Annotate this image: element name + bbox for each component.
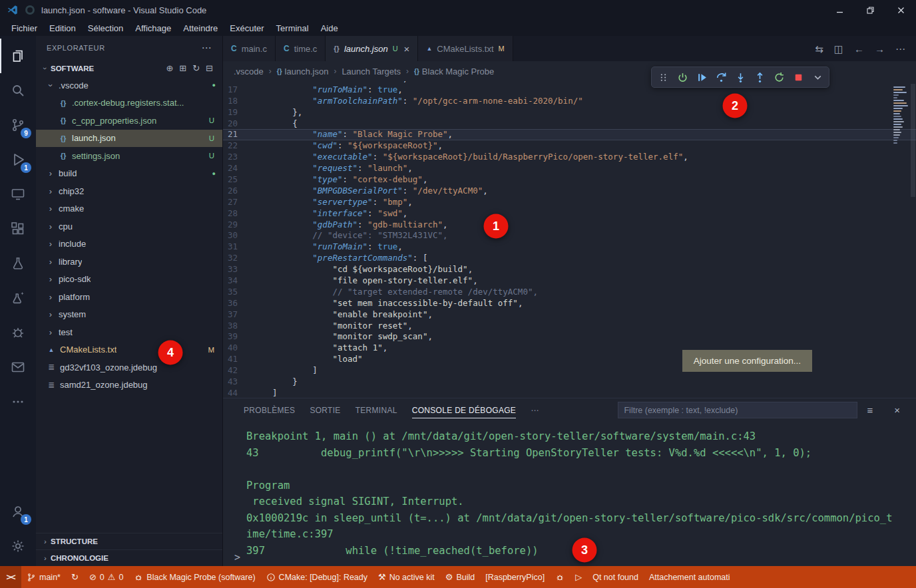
status-auto-attach[interactable]: Attachement automati (644, 566, 736, 588)
activity-remote-explorer[interactable] (0, 177, 36, 212)
scrollbar-thumb[interactable] (911, 84, 915, 197)
panel-tab-probl-mes[interactable]: PROBLÈMES (236, 398, 302, 422)
debug-session-menu-button[interactable] (809, 69, 826, 86)
code-line-36[interactable]: 36 "set mem inaccessible-by-default off"… (223, 298, 916, 309)
activity-debug-adapter[interactable] (0, 315, 36, 350)
activity-search[interactable] (0, 73, 36, 108)
code-editor[interactable]: 16 "interface": "swd",17 "runToMain": tr… (223, 81, 916, 398)
editor-scrollbar[interactable] (910, 81, 916, 398)
activity-settings[interactable] (0, 529, 36, 563)
clear-icon[interactable]: ≡ (867, 405, 873, 415)
tab-time-c[interactable]: Ctime.c (276, 36, 326, 61)
panel-tab-more[interactable]: ⋯ (523, 398, 546, 422)
activity-test-explorer[interactable] (0, 246, 36, 281)
activity-source-control[interactable]: 9 (0, 108, 36, 142)
code-line-44[interactable]: 44 ] (223, 388, 916, 398)
window-close-button[interactable] (885, 0, 916, 20)
split-icon[interactable]: ◫ (834, 44, 843, 54)
reset-device-button[interactable] (674, 69, 691, 86)
tab-launch-json[interactable]: {}launch.jsonU× (326, 36, 418, 61)
tree-item-launch-json[interactable]: {}launch.jsonU (36, 130, 222, 148)
status-debug-target[interactable]: Black Magic Probe (software) (128, 566, 260, 588)
tab-cmakelists-txt[interactable]: ▲CMakeLists.txtM (418, 36, 513, 61)
tree-item-build[interactable]: ›build● (36, 165, 222, 183)
code-line-19[interactable]: 19 }, (223, 107, 916, 118)
menu-item-affichage[interactable]: Affichage (129, 23, 177, 33)
step-into-button[interactable] (732, 69, 749, 86)
status-sync-changes[interactable]: ↻ (66, 566, 84, 588)
section-header-structure[interactable]: ›STRUCTURE (36, 533, 222, 549)
debug-console-filter-input[interactable] (618, 402, 857, 418)
tree-item-system[interactable]: ›system (36, 306, 222, 324)
add-configuration-button[interactable]: Ajouter une configuration... (682, 350, 812, 372)
code-line-25[interactable]: 25 "type": "cortex-debug", (223, 174, 916, 186)
code-line-21[interactable]: 21 "name": "Black Magic Probe", (223, 129, 916, 140)
code-line-39[interactable]: 39 "monitor swdp_scan", (223, 331, 916, 343)
code-line-31[interactable]: 31 "runToMain": true, (223, 241, 916, 253)
status-qt-status[interactable]: Qt not found (587, 566, 644, 588)
window-minimize-button[interactable] (824, 0, 855, 20)
tree-item-cpu[interactable]: ›cpu (36, 218, 222, 235)
tree-item-cmake[interactable]: ›cmake (36, 200, 222, 218)
section-header-software[interactable]: › SOFTWARE ⊕⊞↻⊟ (36, 60, 222, 76)
drag-handle-icon[interactable] (654, 69, 672, 86)
code-line-18[interactable]: 18 "armToolchainPath": "/opt/gcc-arm-non… (223, 96, 916, 107)
tree-item-chip32[interactable]: ›chip32 (36, 182, 222, 200)
panel-tab-console-de-d-bogage[interactable]: CONSOLE DE DÉBOGAGE (405, 398, 523, 422)
close-icon[interactable]: × (404, 43, 410, 55)
menu-item-atteindre[interactable]: Atteindre (177, 23, 224, 33)
back-icon[interactable]: ← (854, 44, 864, 54)
tree-item-library[interactable]: ›library (36, 253, 222, 271)
activity-more-views[interactable] (0, 384, 36, 419)
code-line-34[interactable]: 34 "file open-story-teller.elf", (223, 275, 916, 287)
tree-item-include[interactable]: ›include (36, 235, 222, 253)
breadcrumb-item-launch-json[interactable]: {}launch.json (277, 67, 329, 76)
close-icon[interactable]: × (894, 405, 900, 415)
tree-item-settings-json[interactable]: {}settings.jsonU (36, 147, 222, 165)
tab-main-c[interactable]: Cmain.c (223, 36, 276, 61)
activity-accounts[interactable]: 1 (0, 494, 36, 529)
code-line-29[interactable]: 29 "gdbPath": "gdb-multiarch", (223, 220, 916, 231)
menu-item-fichier[interactable]: Fichier (5, 23, 43, 33)
debug-console-prompt[interactable]: > (234, 551, 240, 563)
step-over-button[interactable] (712, 69, 730, 86)
restart-button[interactable] (770, 69, 788, 86)
tree-item-pico-sdk[interactable]: ›pico-sdk (36, 271, 222, 289)
code-line-37[interactable]: 37 "enable breakpoint", (223, 309, 916, 321)
menu-item-s-lection[interactable]: Sélection (82, 23, 129, 33)
status-git-branch[interactable]: main* (21, 566, 66, 588)
menu-item-terminal[interactable]: Terminal (270, 23, 315, 33)
code-line-28[interactable]: 28 "interface": "swd", (223, 208, 916, 220)
menu-item-edition[interactable]: Edition (43, 23, 82, 33)
collapse-icon[interactable]: ⊟ (206, 64, 213, 73)
breadcrumb-item-vscode[interactable]: .vscode (234, 67, 264, 76)
tree-item-platform[interactable]: ›platform (36, 288, 222, 306)
code-line-23[interactable]: 23 "executable": "${workspaceRoot}/build… (223, 152, 916, 163)
breadcrumb-item-launch-targets[interactable]: Launch Targets (342, 67, 401, 76)
window-restore-button[interactable] (855, 0, 885, 20)
tree-item-samd21-ozone-jdebug[interactable]: ≣samd21_ozone.jdebug (36, 376, 222, 394)
code-line-22[interactable]: 22 "cwd": "${workspaceRoot}", (223, 140, 916, 152)
continue-button[interactable] (693, 69, 710, 86)
minimap[interactable] (892, 82, 909, 295)
compare-icon[interactable]: ⇆ (815, 44, 823, 54)
tree-item-vscode[interactable]: ›.vscode● (36, 76, 222, 94)
section-header-chronologie[interactable]: ›CHRONOLOGIE (36, 549, 222, 566)
code-line-24[interactable]: 24 "request": "launch", (223, 163, 916, 174)
explorer-more-actions-icon[interactable]: ⋯ (201, 42, 212, 54)
status-remote-indicator[interactable]: >< (0, 566, 21, 588)
more-icon[interactable]: ⋯ (895, 44, 905, 54)
refresh-icon[interactable]: ↻ (192, 64, 200, 73)
status-cmake-status[interactable]: CMake: [Debug]: Ready (261, 566, 373, 588)
code-line-43[interactable]: 43 } (223, 376, 916, 388)
status-problems[interactable]: ⊘0⚠0 (84, 566, 128, 588)
tree-item-gd32vf103-ozone-jdebug[interactable]: ≣gd32vf103_ozone.jdebug (36, 359, 222, 376)
activity-explorer[interactable] (0, 39, 36, 73)
code-line-30[interactable]: 30 // "device": "STM32L431VC", (223, 230, 916, 241)
activity-run-and-debug[interactable]: 1 (0, 142, 36, 177)
code-line-27[interactable]: 27 "servertype": "bmp", (223, 197, 916, 208)
menu-item-ex-cuter[interactable]: Exécuter (224, 23, 270, 33)
stop-button[interactable] (790, 69, 807, 86)
code-line-33[interactable]: 33 "cd ${workspaceRoot}/build", (223, 264, 916, 275)
tree-item-c-cpp-properties-json[interactable]: {}c_cpp_properties.jsonU (36, 112, 222, 130)
